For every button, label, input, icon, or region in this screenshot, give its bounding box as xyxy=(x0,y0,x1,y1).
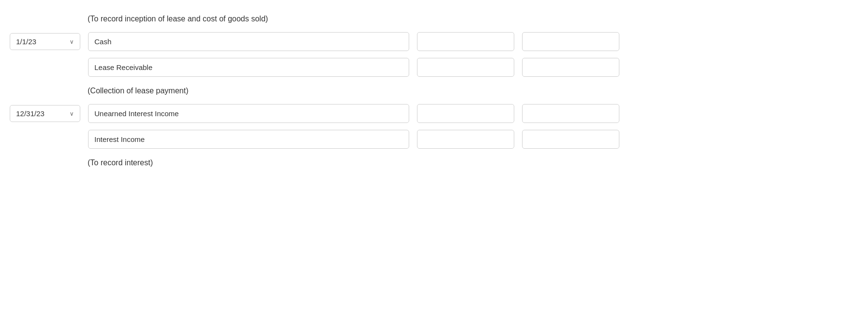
section-inception: (To record inception of lease and cost o… xyxy=(10,15,858,77)
page-container: (To record inception of lease and cost o… xyxy=(0,0,868,315)
account-input-unearned-interest[interactable] xyxy=(88,104,409,123)
account-input-cash[interactable] xyxy=(88,32,409,51)
journal-row-interest-income xyxy=(10,130,858,149)
debit-input-cash[interactable] xyxy=(417,32,514,51)
credit-input-interest-income[interactable] xyxy=(522,130,619,149)
section-collection: (Collection of lease payment) 12/31/23 ∨ xyxy=(10,87,858,149)
date-selector-2-value: 12/31/23 xyxy=(16,109,44,118)
debit-input-lease-receivable[interactable] xyxy=(417,58,514,77)
date-selector-1-value: 1/1/23 xyxy=(16,37,36,46)
credit-input-cash[interactable] xyxy=(522,32,619,51)
debit-input-unearned-interest[interactable] xyxy=(417,104,514,123)
account-input-interest-income[interactable] xyxy=(88,130,409,149)
journal-row-unearned-interest: 12/31/23 ∨ xyxy=(10,104,858,123)
date-selector-2[interactable]: 12/31/23 ∨ xyxy=(10,105,80,122)
footer-note: (To record interest) xyxy=(10,158,858,167)
chevron-down-icon-2: ∨ xyxy=(70,110,74,117)
section-inception-note: (To record inception of lease and cost o… xyxy=(10,15,858,23)
debit-input-interest-income[interactable] xyxy=(417,130,514,149)
journal-row-lease-receivable xyxy=(10,58,858,77)
account-input-lease-receivable[interactable] xyxy=(88,58,409,77)
journal-row-cash: 1/1/23 ∨ xyxy=(10,32,858,51)
section-collection-note: (Collection of lease payment) xyxy=(10,87,858,95)
chevron-down-icon-1: ∨ xyxy=(70,38,74,45)
credit-input-lease-receivable[interactable] xyxy=(522,58,619,77)
credit-input-unearned-interest[interactable] xyxy=(522,104,619,123)
date-selector-1[interactable]: 1/1/23 ∨ xyxy=(10,33,80,50)
